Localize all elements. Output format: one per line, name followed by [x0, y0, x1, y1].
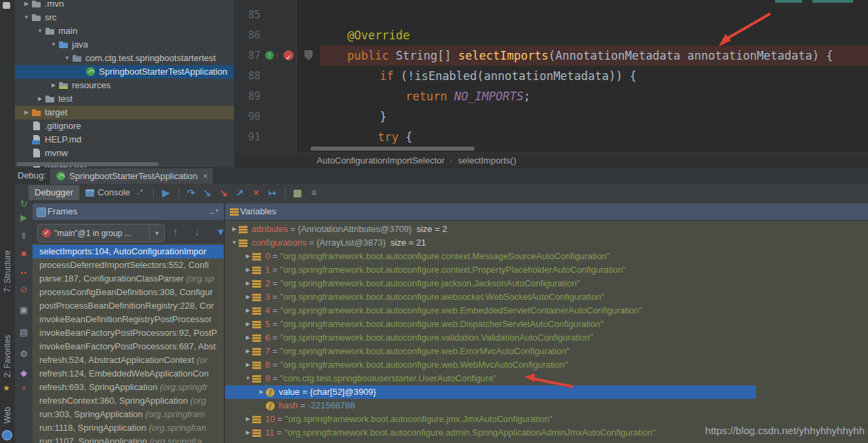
chevron-right-icon[interactable]: ▶ [243, 426, 252, 440]
variable-row-attributes[interactable]: ▶attributes = {AnnotationAttributes@3709… [225, 223, 868, 236]
editor-line-86[interactable]: 86@Override [236, 25, 868, 45]
variable-row-7[interactable]: ▶7 = "org.springframework.boot.autoconfi… [225, 345, 868, 358]
chevron-down-icon[interactable]: ▼ [230, 236, 239, 250]
frame-row[interactable]: invokeBeanFactoryPostProcessors:92, Post… [33, 326, 224, 340]
chevron-down-icon[interactable]: ▼ [35, 24, 45, 38]
variables-header[interactable]: Variables [225, 204, 868, 220]
variable-row-0[interactable]: ▶0 = "org.springframework.boot.autoconfi… [225, 250, 868, 263]
chevron-down-icon[interactable]: ▼ [22, 11, 31, 24]
stop-icon[interactable]: ■ [15, 248, 33, 258]
variable-row-configurations[interactable]: ▼configurations = {ArrayList@3873}size =… [225, 236, 868, 250]
editor-line-87[interactable]: 87↑↑✓public String[] selectImports(Annot… [236, 45, 868, 66]
variable-row-hash[interactable]: fhash = -221568788 [225, 399, 868, 412]
frame-row[interactable]: refreshContext:360, SpringApplication (o… [33, 394, 224, 408]
tree-item-help-md[interactable]: HELP.md [15, 133, 234, 147]
frame-row[interactable]: refresh:524, AbstractApplicationContext … [33, 353, 224, 367]
chevron-right-icon[interactable]: ▶ [243, 412, 252, 426]
tree-item-resources[interactable]: ▶resources [15, 79, 234, 92]
frame-row[interactable]: postProcessBeanDefinitionRegistry:228, C… [33, 299, 224, 313]
console-view-icon[interactable]: ▤ [15, 327, 33, 337]
chevron-right-icon[interactable]: ▶ [243, 263, 252, 277]
tree-item-com-ctg-test-springbootstartertest[interactable]: ▼com.ctg.test.springbootstartertest [15, 52, 234, 65]
run-to-cursor-icon[interactable]: ↦ [264, 187, 281, 198]
tree-item-mvnw[interactable]: mvnw [15, 147, 234, 160]
sidebar-item-structure[interactable]: 7: Structure [3, 250, 12, 292]
prev-frame-icon[interactable]: ↑ [173, 226, 178, 237]
variable-row-6[interactable]: ▶6 = "org.springframework.boot.autoconfi… [225, 331, 868, 345]
chevron-right-icon[interactable]: ▶ [22, 0, 31, 11]
variable-row-8[interactable]: ▶8 = "org.springframework.boot.autoconfi… [225, 358, 868, 372]
debug-session-tab[interactable]: SpringbootStarterTestApplication × [50, 168, 213, 184]
chevron-right-icon[interactable]: ▶ [243, 250, 252, 263]
chevron-down-icon[interactable]: ▼ [62, 52, 72, 65]
frame-row[interactable]: refresh:693, SpringApplication (org.spri… [33, 381, 224, 394]
variable-row-1[interactable]: ▶1 = "org.springframework.boot.autoconfi… [225, 263, 868, 277]
frame-row[interactable]: run:1107, SpringApplication (org.springf… [33, 435, 224, 443]
frames-header[interactable]: Frames →* [33, 204, 224, 220]
chevron-right-icon[interactable]: ▶ [243, 331, 252, 345]
tree-item-target[interactable]: ▶target [15, 106, 234, 119]
frame-row[interactable]: processConfigBeanDefinitions:308, Config… [33, 286, 224, 299]
thread-dump-icon[interactable]: ▣ [15, 305, 33, 315]
sidebar-item-favorites[interactable]: 2: Favorites [3, 335, 12, 378]
variable-row-3[interactable]: ▶3 = "org.springframework.boot.autoconfi… [225, 290, 868, 304]
show-execution-point-icon[interactable]: ▶ [158, 187, 174, 198]
chevron-down-icon[interactable]: ▼ [49, 38, 58, 52]
tree-item-springbootstartertestapplication[interactable]: SpringbootStarterTestApplication [15, 65, 234, 79]
mute-breakpoints-icon[interactable]: ⊘ [15, 284, 33, 294]
rerun-icon[interactable]: ↻ [15, 199, 33, 209]
web-globe-icon[interactable] [2, 430, 12, 440]
editor-line-85[interactable]: 85 [236, 5, 868, 25]
chevron-right-icon[interactable]: ▶ [243, 317, 252, 331]
step-into-icon[interactable]: ↘ [199, 187, 216, 198]
view-breakpoints-icon[interactable]: ●● [15, 270, 33, 275]
pause-icon[interactable]: ‖ [15, 231, 33, 241]
variable-row-10[interactable]: ▶10 = "org.springframework.boot.autoconf… [225, 412, 868, 426]
drop-frame-icon[interactable]: × [248, 187, 264, 198]
chevron-right-icon[interactable]: ▶ [49, 79, 58, 92]
settings-icon[interactable]: ⚙ [15, 349, 33, 359]
chevron-right-icon[interactable]: ▶ [243, 277, 252, 290]
frame-row[interactable]: processDeferredImportSelectors:552, Conf… [33, 258, 224, 272]
evaluate-expression-icon[interactable]: ▦ [290, 187, 306, 198]
tree-item-mvn[interactable]: ▶.mvn [15, 0, 234, 11]
variable-row-4[interactable]: ▶4 = "org.springframework.boot.autoconfi… [225, 304, 868, 317]
chevron-down-icon[interactable]: ▼ [243, 372, 252, 385]
tree-item-main[interactable]: ▼main [15, 24, 234, 38]
breadcrumb-item[interactable]: selectImports() [458, 155, 516, 166]
frame-row[interactable]: invokeBeanFactoryPostProcessors:687, Abs… [33, 340, 224, 353]
variable-row-5[interactable]: ▶5 = "org.springframework.boot.autoconfi… [225, 317, 868, 331]
breakpoint-verified-icon[interactable]: ✓ [283, 50, 294, 60]
variable-row-2[interactable]: ▶2 = "org.springframework.boot.autoconfi… [225, 277, 868, 290]
frame-row[interactable]: selectImports:104, AutoConfigurationImpo… [33, 245, 224, 258]
editor-line-91[interactable]: 91try { [236, 127, 868, 147]
frame-row[interactable]: refresh:124, EmbeddedWebApplicationCon [33, 367, 224, 381]
next-frame-icon[interactable]: ↓ [195, 226, 200, 237]
close-icon[interactable]: × [15, 383, 33, 393]
tree-item-src[interactable]: ▼src [15, 11, 234, 24]
layout-settings-icon[interactable]: ≡ [306, 187, 322, 198]
tab-debugger[interactable]: Debugger [28, 185, 79, 200]
pin-icon[interactable]: →* [208, 204, 218, 220]
chevron-right-icon[interactable]: ▶ [243, 290, 252, 304]
variable-row-9[interactable]: ▼9 = "com.ctg.test.springbootuserstarter… [225, 372, 868, 385]
chevron-right-icon[interactable]: ▶ [257, 385, 266, 399]
tool-window-icon[interactable] [3, 2, 10, 9]
tab-console[interactable]: Console →* [79, 185, 149, 200]
variable-row-item[interactable]: ▶ [225, 440, 868, 443]
close-tab-icon[interactable]: × [203, 172, 208, 181]
chevron-right-icon[interactable]: ▶ [243, 304, 252, 317]
force-step-into-icon[interactable]: ↘ [216, 187, 232, 198]
resume-icon[interactable]: ▶ [15, 212, 33, 223]
tree-item-test[interactable]: ▶test [15, 92, 234, 106]
project-horizontal-scrollbar[interactable] [16, 162, 159, 166]
chevron-right-icon[interactable]: ▶ [22, 106, 31, 119]
sidebar-item-web[interactable]: Web [3, 407, 12, 423]
chevron-down-icon[interactable]: ▼ [149, 225, 164, 242]
chevron-right-icon[interactable]: ▶ [243, 440, 252, 443]
override-marker-icon[interactable]: ↑ [265, 51, 274, 60]
editor-horizontal-scrollbar[interactable] [311, 147, 475, 151]
chevron-right-icon[interactable]: ▶ [35, 92, 45, 106]
editor-line-89[interactable]: 89return NO_IMPORTS; [236, 86, 868, 107]
frame-row[interactable]: parse:187, ConfigurationClassParser (org… [33, 272, 224, 286]
